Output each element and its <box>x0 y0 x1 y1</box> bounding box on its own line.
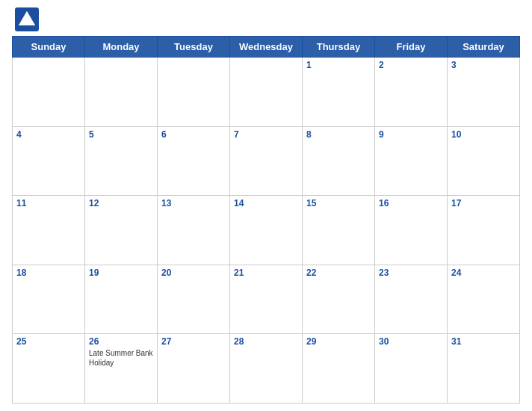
calendar-week-1: 123 <box>13 58 520 127</box>
calendar-cell: 31 <box>448 334 520 404</box>
day-number: 11 <box>16 198 81 208</box>
calendar-cell: 7 <box>230 126 303 196</box>
calendar-week-2: 45678910 <box>13 126 520 196</box>
weekday-thursday: Thursday <box>303 37 375 58</box>
day-number: 24 <box>451 268 516 278</box>
day-number: 13 <box>161 198 226 208</box>
calendar-cell: 19 <box>85 265 158 334</box>
day-number: 12 <box>89 198 153 208</box>
day-number: 8 <box>306 129 371 140</box>
calendar-cell: 4 <box>13 126 85 196</box>
calendar-cell <box>230 58 303 127</box>
day-number: 31 <box>451 336 516 347</box>
calendar-cell <box>13 58 85 127</box>
weekday-header-row: SundayMondayTuesdayWednesdayThursdayFrid… <box>13 37 520 58</box>
day-number: 5 <box>89 129 153 140</box>
day-number: 22 <box>306 268 371 278</box>
day-number: 19 <box>89 268 153 278</box>
event-label: Late Summer Bank Holiday <box>89 348 153 368</box>
day-number: 10 <box>451 129 516 140</box>
calendar-header <box>12 7 520 31</box>
day-number: 23 <box>379 268 443 278</box>
calendar-cell: 15 <box>303 196 375 265</box>
calendar-cell: 30 <box>375 334 448 404</box>
day-number: 9 <box>379 129 443 140</box>
weekday-sunday: Sunday <box>13 37 85 58</box>
weekday-monday: Monday <box>85 37 158 58</box>
day-number: 14 <box>234 198 298 208</box>
weekday-friday: Friday <box>375 37 448 58</box>
calendar-cell <box>85 58 158 127</box>
day-number: 29 <box>306 336 371 347</box>
calendar-cell: 24 <box>448 265 520 334</box>
calendar-week-4: 18192021222324 <box>13 265 520 334</box>
calendar-cell: 22 <box>303 265 375 334</box>
calendar-cell: 5 <box>85 126 158 196</box>
calendar-cell: 13 <box>158 196 230 265</box>
calendar-cell: 10 <box>448 126 520 196</box>
calendar-cell: 14 <box>230 196 303 265</box>
calendar-cell: 11 <box>13 196 85 265</box>
logo <box>15 7 42 31</box>
calendar-cell: 20 <box>158 265 230 334</box>
day-number: 20 <box>161 268 226 278</box>
calendar-cell: 29 <box>303 334 375 404</box>
calendar-cell: 18 <box>13 265 85 334</box>
day-number: 7 <box>234 129 298 140</box>
day-number: 16 <box>379 198 443 208</box>
day-number: 2 <box>379 60 443 70</box>
calendar-cell: 28 <box>230 334 303 404</box>
calendar-cell: 12 <box>85 196 158 265</box>
day-number: 27 <box>161 336 226 347</box>
day-number: 15 <box>306 198 371 208</box>
weekday-tuesday: Tuesday <box>158 37 230 58</box>
day-number: 26 <box>89 336 153 347</box>
day-number: 25 <box>16 336 81 347</box>
calendar-cell: 17 <box>448 196 520 265</box>
day-number: 30 <box>379 336 443 347</box>
day-number: 21 <box>234 268 298 278</box>
weekday-wednesday: Wednesday <box>230 37 303 58</box>
calendar-cell: 25 <box>13 334 85 404</box>
logo-icon <box>15 7 39 31</box>
calendar-table: SundayMondayTuesdayWednesdayThursdayFrid… <box>12 36 520 404</box>
day-number: 1 <box>306 60 371 70</box>
calendar-cell: 16 <box>375 196 448 265</box>
day-number: 28 <box>234 336 298 347</box>
calendar-cell: 27 <box>158 334 230 404</box>
calendar-cell: 6 <box>158 126 230 196</box>
calendar-cell: 26Late Summer Bank Holiday <box>85 334 158 404</box>
calendar-week-3: 11121314151617 <box>13 196 520 265</box>
day-number: 17 <box>451 198 516 208</box>
calendar-cell: 3 <box>448 58 520 127</box>
calendar-cell: 21 <box>230 265 303 334</box>
day-number: 4 <box>16 129 81 140</box>
calendar-cell: 9 <box>375 126 448 196</box>
day-number: 3 <box>451 60 516 70</box>
calendar-cell <box>158 58 230 127</box>
calendar-cell: 2 <box>375 58 448 127</box>
calendar-cell: 23 <box>375 265 448 334</box>
day-number: 18 <box>16 268 81 278</box>
calendar-cell: 8 <box>303 126 375 196</box>
calendar-week-5: 2526Late Summer Bank Holiday2728293031 <box>13 334 520 404</box>
day-number: 6 <box>161 129 226 140</box>
calendar-cell: 1 <box>303 58 375 127</box>
weekday-saturday: Saturday <box>448 37 520 58</box>
